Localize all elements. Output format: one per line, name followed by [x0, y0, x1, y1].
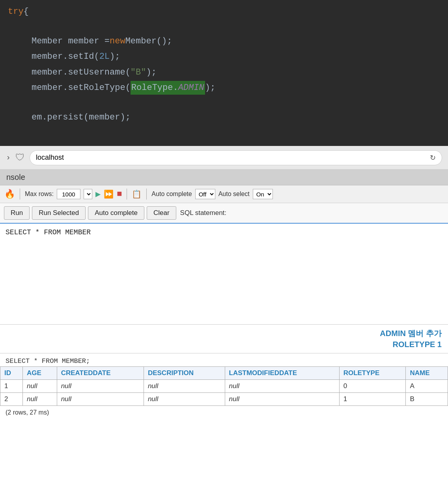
toolbar-separator-1	[20, 189, 20, 200]
sql-editor-wrapper: SELECT * FROM MEMBER	[0, 224, 448, 325]
annotation-text: ADMIN 멤버 추가 ROLETYPE 1	[380, 328, 442, 350]
sql-input[interactable]: SELECT * FROM MEMBER	[0, 224, 448, 322]
table-cell: B	[406, 393, 448, 406]
table-cell: null	[225, 393, 339, 406]
auto-complete-button[interactable]: Auto complete	[88, 206, 144, 220]
db-toolbar: 🔥 Max rows: ▲ ▼ ▶ ⏩ ■ 📋 Auto complete Of…	[0, 185, 448, 203]
annotation-area: ADMIN 멤버 추가 ROLETYPE 1	[0, 325, 448, 353]
max-rows-label: Max rows:	[25, 191, 54, 198]
sql-buttons-toolbar: Run Run Selected Auto complete Clear SQL…	[0, 203, 448, 224]
url-text: localhost	[36, 153, 64, 162]
table-cell: null	[144, 393, 225, 406]
table-cell: 1	[339, 393, 406, 406]
table-row: 1nullnullnullnull0A	[0, 380, 448, 393]
run-button[interactable]: Run	[4, 206, 30, 220]
sql-statement-label: SQL statement:	[180, 209, 226, 217]
table-col-roletype: ROLETYPE	[339, 367, 406, 380]
table-col-name: NAME	[406, 367, 448, 380]
max-rows-input[interactable]	[57, 189, 80, 199]
table-col-id: ID	[0, 367, 23, 380]
play-icon[interactable]: ▶	[95, 189, 101, 200]
run2-icon[interactable]: ⏩	[104, 189, 114, 199]
table-cell: A	[406, 380, 448, 393]
result-footer: (2 rows, 27 ms)	[0, 406, 448, 421]
table-header-row: IDAGECREATEDDATEDESCRIPTIONLASTMODIFIEDD…	[0, 367, 448, 380]
table-cell: null	[22, 393, 57, 406]
table-cell: 2	[0, 393, 23, 406]
code-line-setid: member.setId( 2L );	[0, 49, 448, 64]
table-col-createddate: CREATEDDATE	[57, 367, 144, 380]
code-line-try: try {	[0, 4, 448, 19]
forward-arrow-icon[interactable]: ›	[6, 153, 11, 162]
stop-icon[interactable]: ■	[117, 189, 122, 199]
toolbar-separator-3	[146, 189, 147, 200]
browser-bar: › 🛡 localhost ↻	[0, 146, 448, 170]
url-bar[interactable]: localhost ↻	[30, 150, 442, 165]
code-editor: try { Member member = new Member(); memb…	[0, 0, 448, 146]
console-label: nsole	[0, 170, 448, 185]
table-cell: null	[57, 380, 144, 393]
table-cell: null	[225, 380, 339, 393]
table-cell: null	[57, 393, 144, 406]
result-table: IDAGECREATEDDATEDESCRIPTIONLASTMODIFIEDD…	[0, 366, 448, 406]
sql-result-header: SELECT * FROM MEMBER;	[0, 353, 448, 366]
run-selected-button[interactable]: Run Selected	[32, 206, 86, 220]
code-line-persist: em.persist(member);	[0, 110, 448, 125]
code-line-setusername: member.setUsername( "B" );	[0, 65, 448, 80]
toolbar-separator-2	[127, 189, 127, 200]
clear-button[interactable]: Clear	[147, 206, 176, 220]
table-col-age: AGE	[22, 367, 57, 380]
auto-complete-label: Auto complete	[151, 191, 192, 198]
table-row: 2nullnullnullnull1B	[0, 393, 448, 406]
note-icon[interactable]: 📋	[132, 189, 142, 199]
auto-complete-select[interactable]: Off On	[195, 189, 215, 199]
reload-icon[interactable]: ↻	[430, 153, 436, 162]
table-col-description: DESCRIPTION	[144, 367, 225, 380]
code-line-member-new: Member member = new Member();	[0, 34, 448, 49]
shield-icon: 🛡	[15, 152, 26, 163]
table-cell: 1	[0, 380, 23, 393]
code-line-setroletype: member.setRoleType( RoleType.ADMIN );	[0, 80, 448, 95]
table-cell: 0	[339, 380, 406, 393]
auto-select-label: Auto select	[218, 191, 250, 198]
table-cell: null	[22, 380, 57, 393]
keyword-try: try	[8, 5, 24, 19]
table-col-lastmodifieddate: LASTMODIFIEDDATE	[225, 367, 339, 380]
max-rows-spinner[interactable]: ▲ ▼	[84, 189, 92, 199]
auto-select-select[interactable]: On Off	[253, 189, 273, 199]
table-cell: null	[144, 380, 225, 393]
flame-icon: 🔥	[4, 189, 15, 200]
